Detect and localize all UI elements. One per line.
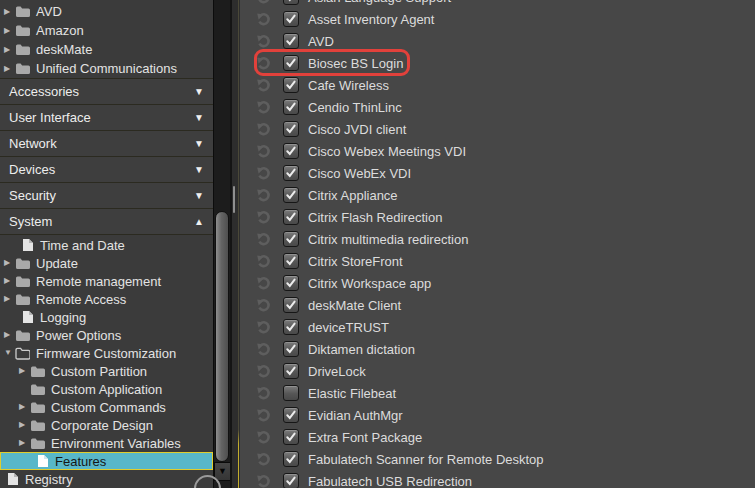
sidebar-scrollbar[interactable]: ▼ bbox=[213, 0, 230, 488]
feature-checkbox[interactable] bbox=[283, 0, 299, 5]
expander-icon[interactable]: ▶ bbox=[19, 367, 30, 375]
expander-icon[interactable]: ▶ bbox=[4, 27, 15, 35]
reset-icon[interactable] bbox=[255, 0, 272, 5]
feature-checkbox[interactable] bbox=[283, 451, 299, 467]
tree-item-remote-management[interactable]: ▶ Remote management bbox=[0, 272, 213, 290]
expander-icon[interactable]: ▶ bbox=[4, 8, 15, 16]
feature-checkbox[interactable] bbox=[283, 319, 299, 335]
feature-checkbox[interactable] bbox=[283, 165, 299, 181]
reset-icon[interactable] bbox=[255, 407, 272, 423]
section-header-security[interactable]: Security ▼ bbox=[0, 182, 213, 208]
tree-item-update[interactable]: ▶ Update bbox=[0, 254, 213, 272]
feature-checkbox[interactable] bbox=[283, 297, 299, 313]
expander-icon[interactable]: ▼ bbox=[4, 349, 15, 357]
feature-checkbox[interactable] bbox=[283, 77, 299, 93]
feature-label: DriveLock bbox=[308, 364, 366, 379]
scrollbar-thumb[interactable] bbox=[215, 211, 229, 462]
reset-icon[interactable] bbox=[255, 11, 272, 27]
tree-item-features[interactable]: Features bbox=[0, 452, 213, 470]
tree-item-time-and-date[interactable]: Time and Date bbox=[0, 236, 213, 254]
reset-icon[interactable] bbox=[255, 55, 272, 71]
feature-checkbox[interactable] bbox=[283, 473, 299, 488]
feature-label: Citrix Workspace app bbox=[308, 276, 431, 291]
reset-icon[interactable] bbox=[255, 363, 272, 379]
section-header-system[interactable]: System ▲ bbox=[0, 208, 213, 234]
tree-item-label: Features bbox=[55, 454, 106, 469]
focus-border-line bbox=[238, 0, 239, 488]
tree-item-custom-partition[interactable]: ▶ Custom Partition bbox=[0, 362, 213, 380]
feature-checkbox[interactable] bbox=[283, 99, 299, 115]
feature-checkbox[interactable] bbox=[283, 231, 299, 247]
reset-icon[interactable] bbox=[255, 451, 272, 467]
feature-checkbox[interactable] bbox=[283, 121, 299, 137]
reset-icon[interactable] bbox=[255, 297, 272, 313]
tree-item-corporate-design[interactable]: ▶ Corporate Design bbox=[0, 416, 213, 434]
expander-icon[interactable]: ▶ bbox=[4, 295, 15, 303]
feature-checkbox[interactable] bbox=[283, 429, 299, 445]
reset-icon[interactable] bbox=[255, 341, 272, 357]
feature-label: Cisco Webex Meetings VDI bbox=[308, 144, 466, 159]
reset-icon[interactable] bbox=[255, 473, 272, 488]
tree-item-label: Power Options bbox=[36, 328, 121, 343]
reset-icon[interactable] bbox=[255, 253, 272, 269]
expander-icon[interactable]: ▶ bbox=[19, 439, 30, 447]
reset-icon[interactable] bbox=[255, 385, 272, 401]
section-header-accessories[interactable]: Accessories ▼ bbox=[0, 78, 213, 104]
tree-item-power-options[interactable]: ▶ Power Options bbox=[0, 326, 213, 344]
feature-checkbox[interactable] bbox=[283, 143, 299, 159]
feature-label: Citrix multimedia redirection bbox=[308, 232, 468, 247]
reset-icon[interactable] bbox=[255, 275, 272, 291]
reset-icon[interactable] bbox=[255, 165, 272, 181]
tree-item-custom-application[interactable]: Custom Application bbox=[0, 380, 213, 398]
reset-icon[interactable] bbox=[255, 121, 272, 137]
tree-item-unified-communications[interactable]: ▶ Unified Communications bbox=[0, 59, 213, 78]
reset-icon[interactable] bbox=[255, 429, 272, 445]
reset-icon[interactable] bbox=[255, 77, 272, 93]
section-header-network[interactable]: Network ▼ bbox=[0, 130, 213, 156]
tree-item-custom-commands[interactable]: ▶ Custom Commands bbox=[0, 398, 213, 416]
feature-checkbox[interactable] bbox=[283, 209, 299, 225]
feature-checkbox[interactable] bbox=[283, 385, 299, 401]
tree-item-label: Registry bbox=[25, 472, 73, 487]
feature-row-evidian-authmgr: Evidian AuthMgr bbox=[240, 404, 755, 426]
reset-icon[interactable] bbox=[255, 209, 272, 225]
expander-icon[interactable]: ▶ bbox=[4, 259, 15, 267]
tree-item-logging[interactable]: Logging bbox=[0, 308, 213, 326]
expander-icon[interactable]: ▶ bbox=[4, 331, 15, 339]
section-header-devices[interactable]: Devices ▼ bbox=[0, 156, 213, 182]
folder-icon bbox=[15, 24, 30, 37]
reset-icon[interactable] bbox=[255, 231, 272, 247]
expander-icon[interactable]: ▶ bbox=[4, 46, 15, 54]
feature-checkbox[interactable] bbox=[283, 187, 299, 203]
expander-icon[interactable]: ▶ bbox=[19, 403, 30, 411]
expander-icon[interactable]: ▶ bbox=[19, 421, 30, 429]
section-header-user-interface[interactable]: User Interface ▼ bbox=[0, 104, 213, 130]
feature-checkbox[interactable] bbox=[283, 55, 299, 71]
feature-checkbox[interactable] bbox=[283, 341, 299, 357]
feature-checkbox[interactable] bbox=[283, 407, 299, 423]
feature-label: Cisco WebEx VDI bbox=[308, 166, 411, 181]
feature-row-cendio-thinlinc: Cendio ThinLinc bbox=[240, 96, 755, 118]
feature-checkbox[interactable] bbox=[283, 11, 299, 27]
expander-icon[interactable]: ▶ bbox=[4, 65, 15, 73]
feature-checkbox[interactable] bbox=[283, 33, 299, 49]
feature-checkbox[interactable] bbox=[283, 363, 299, 379]
tree-item-firmware-customization[interactable]: ▼ Firmware Customization bbox=[0, 344, 213, 362]
tree-item-avd[interactable]: ▶ AVD bbox=[0, 2, 213, 21]
reset-icon[interactable] bbox=[255, 319, 272, 335]
feature-checkbox[interactable] bbox=[283, 253, 299, 269]
feature-label: AVD bbox=[308, 34, 334, 49]
folder-open-icon bbox=[15, 347, 30, 360]
reset-icon[interactable] bbox=[255, 33, 272, 49]
reset-icon[interactable] bbox=[255, 143, 272, 159]
tree-item-amazon[interactable]: ▶ Amazon bbox=[0, 21, 213, 40]
feature-checkbox[interactable] bbox=[283, 275, 299, 291]
tree-item-registry[interactable]: Registry bbox=[0, 470, 213, 488]
expander-icon[interactable]: ▶ bbox=[4, 277, 15, 285]
tree-item-environment-variables[interactable]: ▶ Environment Variables bbox=[0, 434, 213, 452]
tree-item-deskmate[interactable]: ▶ deskMate bbox=[0, 40, 213, 59]
reset-icon[interactable] bbox=[255, 187, 272, 203]
tree-item-remote-access[interactable]: ▶ Remote Access bbox=[0, 290, 213, 308]
chevron-icon: ▼ bbox=[194, 191, 204, 201]
reset-icon[interactable] bbox=[255, 99, 272, 115]
